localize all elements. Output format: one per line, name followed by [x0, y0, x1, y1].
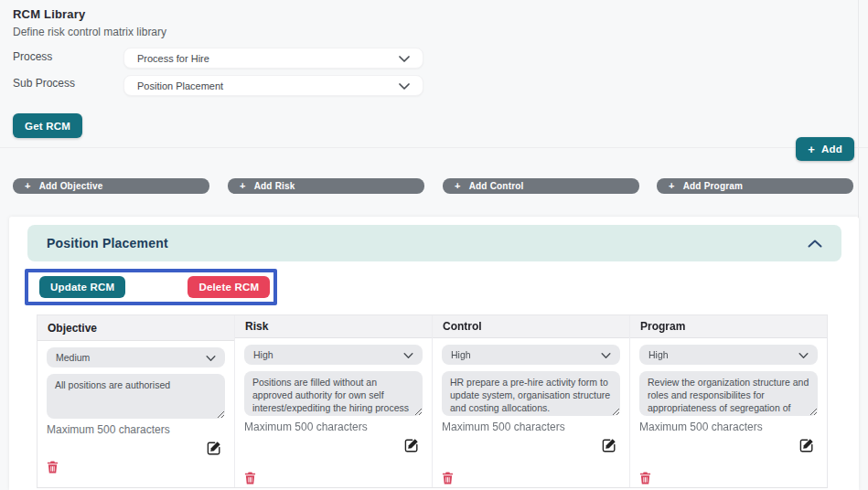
risk-delete-button[interactable]: [244, 472, 256, 487]
objective-column: Objective Medium All positions are autho…: [38, 315, 234, 487]
control-delete-button[interactable]: [442, 472, 454, 487]
delete-rcm-button[interactable]: Delete RCM: [188, 276, 270, 298]
annotation-highlight-box: Update RCM Delete RCM: [25, 269, 277, 305]
plus-icon: +: [240, 181, 246, 191]
trash-icon: [244, 472, 256, 487]
update-rcm-button[interactable]: Update RCM: [39, 276, 125, 298]
chevron-down-icon: [403, 349, 413, 360]
control-column: Control High HR prepare a pre-hire activ…: [432, 315, 629, 487]
objective-delete-button[interactable]: [47, 461, 59, 476]
chevron-down-icon: [399, 53, 410, 64]
add-objective-label: Add Objective: [39, 181, 103, 191]
rcm-matrix-table: Objective Medium All positions are autho…: [37, 314, 828, 488]
risk-text-area[interactable]: Positions are filled without an approved…: [244, 371, 423, 416]
program-char-limit-hint: Maximum 500 characters: [639, 421, 818, 433]
add-button-label: Add: [821, 144, 842, 154]
page-subtitle: Define risk control matrix library: [13, 26, 166, 38]
chevron-down-icon: [206, 352, 216, 363]
program-column: Program High Review the organization str…: [629, 315, 827, 487]
risk-column-header: Risk: [235, 315, 432, 338]
plus-icon: +: [25, 181, 31, 191]
program-rating-value: High: [648, 349, 669, 360]
add-control-button[interactable]: + Add Control: [443, 178, 639, 194]
sub-process-select[interactable]: Position Placement: [123, 75, 423, 96]
sub-process-select-value: Position Placement: [137, 80, 223, 91]
plus-icon: +: [455, 181, 461, 191]
sub-process-label: Sub Process: [13, 77, 75, 90]
edit-icon: [207, 441, 221, 458]
control-edit-button[interactable]: [602, 438, 616, 455]
control-char-limit-hint: Maximum 500 characters: [442, 421, 620, 433]
risk-rating-value: High: [253, 349, 273, 360]
trash-icon: [639, 472, 651, 487]
risk-rating-select[interactable]: High: [244, 345, 423, 365]
chevron-down-icon: [601, 349, 611, 360]
program-rating-select[interactable]: High: [639, 345, 818, 365]
edit-icon: [404, 438, 419, 455]
objective-text-area[interactable]: All positions are authorised: [47, 374, 225, 419]
trash-icon: [47, 461, 59, 476]
objective-column-header: Objective: [38, 315, 234, 341]
plus-icon: +: [669, 181, 675, 191]
collapse-section-button[interactable]: [808, 237, 822, 250]
position-placement-card: Position Placement Update RCM Delete RCM…: [9, 217, 859, 490]
control-column-header: Control: [433, 315, 629, 338]
risk-char-limit-hint: Maximum 500 characters: [244, 421, 423, 433]
objective-char-limit-hint: Maximum 500 characters: [47, 423, 225, 436]
page-title: RCM Library: [13, 7, 86, 21]
chevron-up-icon: [808, 237, 822, 250]
add-button[interactable]: + Add: [796, 137, 854, 161]
add-program-button[interactable]: + Add Program: [657, 178, 853, 194]
edit-icon: [602, 438, 616, 455]
program-delete-button[interactable]: [639, 472, 651, 487]
risk-column: Risk High Positions are filled without a…: [234, 315, 432, 487]
get-rcm-button[interactable]: Get RCM: [13, 113, 82, 138]
process-label: Process: [13, 50, 52, 63]
edit-icon: [799, 438, 814, 455]
section-title: Position Placement: [47, 236, 168, 250]
section-divider: [0, 147, 868, 148]
objective-rating-value: Medium: [56, 352, 90, 363]
program-column-header: Program: [630, 315, 827, 338]
rcm-library-header-section: RCM Library Define risk control matrix l…: [0, 0, 868, 217]
add-risk-label: Add Risk: [254, 181, 295, 191]
plus-icon: +: [808, 144, 815, 155]
objective-edit-button[interactable]: [207, 441, 221, 458]
add-program-label: Add Program: [683, 181, 744, 191]
control-rating-value: High: [451, 349, 471, 360]
chevron-down-icon: [798, 349, 809, 360]
objective-rating-select[interactable]: Medium: [47, 347, 225, 368]
process-select-value: Process for Hire: [137, 53, 209, 64]
add-risk-button[interactable]: + Add Risk: [228, 178, 424, 194]
process-select[interactable]: Process for Hire: [123, 48, 423, 69]
section-header[interactable]: Position Placement: [27, 225, 841, 261]
control-rating-select[interactable]: High: [442, 345, 620, 365]
program-edit-button[interactable]: [799, 438, 814, 455]
add-control-label: Add Control: [469, 181, 524, 191]
trash-icon: [442, 472, 454, 487]
add-objective-button[interactable]: + Add Objective: [13, 178, 209, 194]
control-text-area[interactable]: HR prepare a pre-hire activity form to u…: [442, 371, 620, 416]
program-text-area[interactable]: Review the organization structure and ro…: [639, 371, 818, 416]
risk-edit-button[interactable]: [404, 438, 419, 455]
chevron-down-icon: [399, 80, 410, 91]
